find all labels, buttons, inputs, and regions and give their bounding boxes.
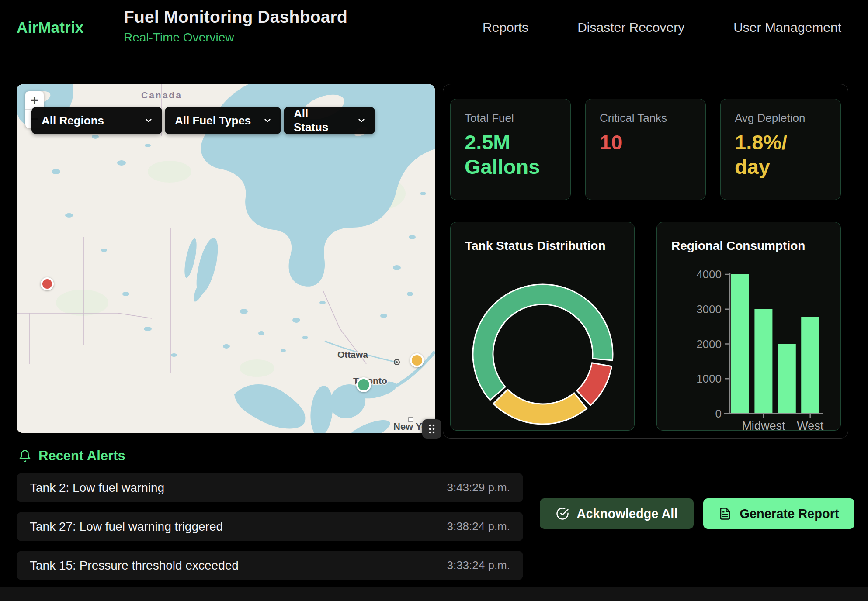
tank-marker-normal[interactable] <box>356 377 371 392</box>
acknowledge-all-button[interactable]: Acknowledge All <box>540 498 694 529</box>
chart-title: Regional Consumption <box>671 239 805 253</box>
map-filters: All Regions All Fuel Types All Status <box>31 107 375 134</box>
alert-row: Tank 15: Pressure threshold exceeded 3:3… <box>17 551 523 580</box>
nav-reports[interactable]: Reports <box>483 20 528 35</box>
map-label-ottawa: Ottawa <box>337 349 368 359</box>
stat-card-total-fuel: Total Fuel 2.5M Gallons <box>450 99 571 200</box>
chevron-down-icon <box>144 116 153 125</box>
svg-text:3000: 3000 <box>696 303 722 316</box>
svg-text:1000: 1000 <box>696 372 722 385</box>
charts-row: Tank Status Distribution 010002000300040… <box>450 222 841 431</box>
tank-status-chart-card: Tank Status Distribution <box>450 222 635 431</box>
tank-status-donut-chart <box>451 222 635 431</box>
alert-timestamp: 3:38:24 p.m. <box>447 520 510 533</box>
svg-text:2000: 2000 <box>696 338 722 351</box>
grip-dots-icon <box>426 423 437 435</box>
stat-value: 1.8%/ day <box>735 130 826 180</box>
page-subtitle: Real-Time Overview <box>124 31 347 45</box>
alert-row: Tank 2: Low fuel warning 3:43:29 p.m. <box>17 473 523 502</box>
chart-title: Tank Status Distribution <box>465 239 606 253</box>
generate-report-label: Generate Report <box>740 507 839 521</box>
svg-text:West: West <box>797 419 824 431</box>
header: AirMatrix Fuel Monitoring Dashboard Real… <box>0 0 868 55</box>
alert-message: Tank 2: Low fuel warning <box>30 481 164 495</box>
region-filter-value: All Regions <box>42 114 104 128</box>
tank-marker-critical[interactable] <box>41 277 54 290</box>
alert-message: Tank 27: Low fuel warning triggered <box>30 520 223 534</box>
tank-marker-warning[interactable] <box>410 353 424 367</box>
regional-consumption-chart-card: 01000200030004000MidwestWest Regional Co… <box>656 222 841 431</box>
svg-text:4000: 4000 <box>696 268 722 281</box>
alert-message: Tank 15: Pressure threshold exceeded <box>30 559 239 573</box>
map-label-canada: Canada <box>141 90 182 100</box>
recent-alerts-heading: Recent Alerts <box>18 448 125 464</box>
stat-label: Avg Depletion <box>735 111 826 125</box>
alert-row: Tank 27: Low fuel warning triggered 3:38… <box>17 512 523 541</box>
svg-text:0: 0 <box>715 407 722 420</box>
status-filter-value: All Status <box>294 107 345 134</box>
page-title: Fuel Monitoring Dashboard <box>124 7 347 27</box>
map-basemap: Canada Ottawa Toronto New York <box>17 84 435 433</box>
main-nav: Reports Disaster Recovery User Managemen… <box>483 0 841 55</box>
file-text-icon <box>719 507 732 520</box>
nav-disaster-recovery[interactable]: Disaster Recovery <box>577 20 684 35</box>
check-circle-icon <box>556 507 569 520</box>
stat-value: 10 <box>600 130 691 155</box>
stat-card-critical-tanks: Critical Tanks 10 <box>585 99 706 200</box>
stat-label: Total Fuel <box>465 111 556 125</box>
alerts-list: Tank 2: Low fuel warning 3:43:29 p.m. Ta… <box>17 473 523 590</box>
region-filter-dropdown[interactable]: All Regions <box>31 107 162 134</box>
fuel-type-filter-value: All Fuel Types <box>175 114 251 128</box>
stat-card-avg-depletion: Avg Depletion 1.8%/ day <box>720 99 841 200</box>
fuel-type-filter-dropdown[interactable]: All Fuel Types <box>165 107 281 134</box>
acknowledge-all-label: Acknowledge All <box>577 507 678 521</box>
stat-label: Critical Tanks <box>600 111 691 125</box>
map-panel[interactable]: Canada Ottawa Toronto New York + − All R… <box>17 84 435 433</box>
fuel-monitoring-dashboard: { "header": { "logo": "AirMatrix", "titl… <box>0 0 868 601</box>
regional-consumption-bar-chart: 01000200030004000MidwestWest <box>657 222 841 431</box>
svg-text:Midwest: Midwest <box>742 419 785 431</box>
nav-user-management[interactable]: User Management <box>733 20 841 35</box>
alert-timestamp: 3:33:24 p.m. <box>447 559 510 572</box>
chevron-down-icon <box>263 116 272 125</box>
status-filter-dropdown[interactable]: All Status <box>284 107 375 134</box>
app-logo: AirMatrix <box>17 0 84 55</box>
alert-timestamp: 3:43:29 p.m. <box>447 481 510 494</box>
stats-row: Total Fuel 2.5M Gallons Critical Tanks 1… <box>450 99 841 200</box>
stat-value: 2.5M Gallons <box>465 130 556 180</box>
footer-strip <box>0 587 868 601</box>
drag-handle[interactable] <box>422 419 441 439</box>
chevron-down-icon <box>357 116 366 125</box>
title-block: Fuel Monitoring Dashboard Real-Time Over… <box>124 7 347 45</box>
generate-report-button[interactable]: Generate Report <box>703 498 854 529</box>
bell-icon <box>18 449 31 463</box>
overview-panel: Total Fuel 2.5M Gallons Critical Tanks 1… <box>443 84 848 439</box>
recent-alerts-title: Recent Alerts <box>38 448 125 464</box>
